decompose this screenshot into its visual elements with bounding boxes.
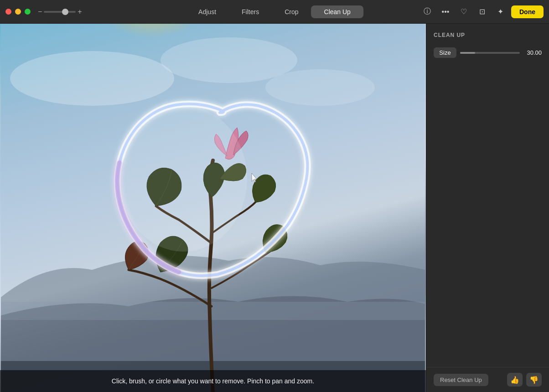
svg-point-8 (119, 106, 247, 252)
main-content: Click, brush, or circle what you want to… (0, 24, 549, 392)
photo-area[interactable]: Click, brush, or circle what you want to… (0, 24, 426, 392)
close-button[interactable] (5, 9, 11, 15)
thumbup-icon: 👍 (510, 376, 519, 384)
panel-bottom: Reset Clean Up 👍 👎 (426, 367, 549, 392)
minimize-button[interactable] (15, 9, 21, 15)
resize-button[interactable]: ⊡ (475, 5, 489, 19)
svg-point-2 (10, 51, 174, 106)
zoom-control: − + (38, 8, 82, 15)
heart-icon: ♡ (461, 7, 467, 16)
tab-crop[interactable]: Crop (272, 5, 311, 18)
titlebar-right: ⓘ ••• ♡ ⊡ ✦ Done (420, 5, 544, 19)
resize-icon: ⊡ (479, 7, 485, 16)
zoom-thumb (62, 9, 68, 15)
more-button[interactable]: ••• (438, 5, 453, 19)
size-slider-fill (460, 52, 475, 54)
zoom-slider[interactable] (44, 11, 76, 13)
size-value: 30.00 (523, 49, 542, 56)
svg-point-3 (161, 37, 297, 83)
done-button[interactable]: Done (511, 5, 544, 18)
right-panel: CLEAN UP Size 30.00 Reset Clean Up 👍 👎 (426, 24, 549, 392)
status-text: Click, brush, or circle what you want to… (112, 377, 314, 385)
status-bar: Click, brush, or circle what you want to… (0, 370, 426, 392)
more-icon: ••• (442, 8, 450, 16)
zoom-in-button[interactable]: + (78, 8, 82, 15)
thumbdown-button[interactable]: 👎 (526, 373, 542, 387)
magic-button[interactable]: ✦ (493, 5, 508, 19)
size-slider[interactable] (460, 52, 520, 54)
fullscreen-button[interactable] (25, 9, 31, 15)
photo-canvas: Click, brush, or circle what you want to… (0, 24, 426, 392)
tab-filters[interactable]: Filters (229, 5, 272, 18)
thumbup-button[interactable]: 👍 (507, 373, 523, 387)
reset-button[interactable]: Reset Clean Up (434, 374, 488, 386)
size-control-row: Size 30.00 (426, 44, 549, 62)
titlebar: − + Adjust Filters Crop Clean Up ⓘ ••• ♡… (0, 0, 549, 24)
traffic-lights (5, 9, 31, 15)
thumbdown-icon: 👎 (529, 376, 539, 384)
panel-title: CLEAN UP (426, 24, 549, 44)
tab-adjust[interactable]: Adjust (186, 5, 229, 18)
heart-button[interactable]: ♡ (456, 5, 471, 19)
size-label-button[interactable]: Size (434, 47, 456, 58)
panel-spacer (426, 62, 549, 367)
zoom-out-button[interactable]: − (38, 8, 42, 15)
info-icon: ⓘ (424, 7, 431, 16)
magic-wand-icon: ✦ (497, 7, 503, 16)
info-button[interactable]: ⓘ (420, 5, 435, 19)
svg-point-4 (265, 69, 375, 106)
photo-svg (0, 24, 426, 392)
nav-tabs: Adjust Filters Crop Clean Up (186, 5, 363, 18)
tab-cleanup[interactable]: Clean Up (311, 5, 363, 18)
feedback-buttons: 👍 👎 (507, 373, 542, 387)
svg-rect-5 (1, 302, 425, 320)
